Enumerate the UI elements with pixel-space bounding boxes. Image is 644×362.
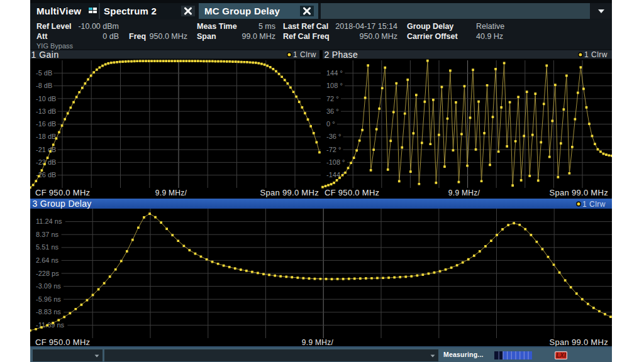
svg-text:0 °: 0 °: [326, 120, 335, 128]
svg-text:1 Clrw: 1 Clrw: [584, 50, 608, 59]
svg-text:8.37 ns: 8.37 ns: [36, 231, 59, 238]
svg-text:CF 950.0 MHz: CF 950.0 MHz: [325, 188, 379, 197]
svg-text:-18 dB: -18 dB: [36, 133, 56, 140]
svg-text:3 Group Delay: 3 Group Delay: [33, 199, 92, 209]
svg-text:Span 99.0 MHz: Span 99.0 MHz: [260, 188, 319, 197]
svg-text:-26 dB: -26 dB: [36, 171, 56, 178]
svg-text:-8 dB: -8 dB: [36, 82, 52, 89]
svg-text:CF 950.0 MHz: CF 950.0 MHz: [35, 188, 90, 197]
svg-text:-8.83 ns: -8.83 ns: [36, 308, 61, 315]
svg-text:-5.96 ns: -5.96 ns: [36, 295, 61, 303]
svg-text:9.9 MHz/: 9.9 MHz/: [448, 189, 480, 197]
svg-text:36 °: 36 °: [326, 107, 339, 115]
svg-text:-16 dB: -16 dB: [36, 120, 56, 128]
svg-text:CF 950.0 MHz: CF 950.0 MHz: [35, 337, 90, 346]
svg-text:2.64 ns: 2.64 ns: [36, 256, 59, 264]
svg-text:72 °: 72 °: [326, 95, 339, 102]
svg-text:Span 99.0 MHz: Span 99.0 MHz: [549, 188, 608, 197]
svg-text:144 °: 144 °: [326, 69, 343, 77]
svg-text:-21 dB: -21 dB: [36, 146, 56, 153]
svg-text:9.9 MHz/: 9.9 MHz/: [155, 189, 187, 197]
svg-text:-72 °: -72 °: [326, 146, 341, 153]
svg-text:-36 °: -36 °: [326, 133, 341, 140]
svg-text:-228 ps: -228 ps: [36, 270, 59, 277]
svg-text:5.51 ns: 5.51 ns: [36, 243, 59, 251]
svg-text:108 °: 108 °: [326, 82, 343, 89]
svg-text:2 Phase: 2 Phase: [325, 50, 358, 60]
svg-text:LXI: LXI: [556, 352, 566, 359]
svg-text:1 Gain: 1 Gain: [31, 50, 59, 60]
svg-text:Span 99.0 MHz: Span 99.0 MHz: [549, 337, 608, 346]
svg-text:1 Clrw: 1 Clrw: [582, 200, 606, 209]
svg-text:-23 dB: -23 dB: [36, 158, 56, 166]
svg-text:9.9 MHz/: 9.9 MHz/: [302, 338, 334, 346]
svg-text:-5 dB: -5 dB: [36, 69, 52, 77]
svg-text:-108 °: -108 °: [326, 158, 345, 166]
svg-text:-13 dB: -13 dB: [36, 107, 56, 115]
svg-text:11.24 ns: 11.24 ns: [36, 217, 62, 225]
svg-text:-10 dB: -10 dB: [36, 95, 56, 102]
svg-text:-3.09 ns: -3.09 ns: [36, 282, 61, 290]
svg-text:1 Clrw: 1 Clrw: [293, 50, 316, 59]
